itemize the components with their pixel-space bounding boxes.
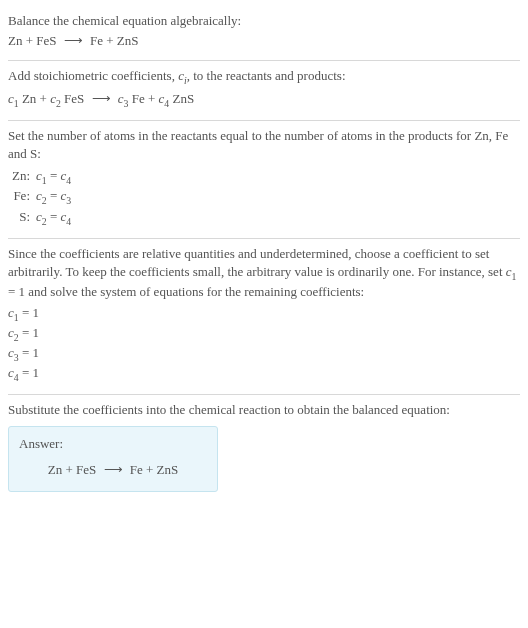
document-container: Balance the chemical equation algebraica… bbox=[0, 0, 528, 508]
coeff-list: c1 = 1 c2 = 1 c3 = 1 c4 = 1 bbox=[8, 304, 520, 385]
eq-sign: = bbox=[47, 188, 61, 203]
atom-eq: c1 = c4 bbox=[36, 167, 71, 187]
solve-mid: = 1 and solve the system of equations fo… bbox=[8, 284, 364, 299]
cb-sub: 3 bbox=[66, 195, 71, 206]
section-solve: Since the coefficients are relative quan… bbox=[8, 239, 520, 396]
stoich-text-before: Add stoichiometric coefficients, bbox=[8, 68, 178, 83]
section-stoich: Add stoichiometric coefficients, ci, to … bbox=[8, 61, 520, 120]
atom-label: S: bbox=[8, 208, 36, 226]
stoich-text-after: , to the reactants and products: bbox=[187, 68, 346, 83]
intro-equation: Zn + FeS ⟶ Fe + ZnS bbox=[8, 32, 520, 50]
answer-box: Answer: Zn + FeS ⟶ Fe + ZnS bbox=[8, 426, 218, 492]
solve-text: Since the coefficients are relative quan… bbox=[8, 245, 520, 302]
arrow-icon: ⟶ bbox=[64, 32, 83, 50]
cb-sub: 4 bbox=[66, 215, 71, 226]
section-substitute: Substitute the coefficients into the che… bbox=[8, 395, 520, 502]
stoich-equation: c1 Zn + c2 FeS ⟶ c3 Fe + c4 ZnS bbox=[8, 90, 520, 110]
stoich-text: Add stoichiometric coefficients, ci, to … bbox=[8, 67, 520, 87]
cb-sub: 4 bbox=[66, 175, 71, 186]
atom-label: Fe: bbox=[8, 187, 36, 205]
coeff-row: c2 = 1 bbox=[8, 324, 520, 344]
intro-header: Balance the chemical equation algebraica… bbox=[8, 12, 520, 30]
solve-before: Since the coefficients are relative quan… bbox=[8, 246, 506, 279]
sp1: Zn + bbox=[19, 91, 51, 106]
atom-eq: c2 = c4 bbox=[36, 208, 71, 228]
section-atoms: Set the number of atoms in the reactants… bbox=[8, 121, 520, 239]
sp4: ZnS bbox=[169, 91, 194, 106]
answer-eq-left: Zn + FeS bbox=[48, 462, 97, 477]
atom-eq: c2 = c3 bbox=[36, 187, 71, 207]
substitute-text: Substitute the coefficients into the che… bbox=[8, 401, 520, 419]
atom-label: Zn: bbox=[8, 167, 36, 185]
solve-c1-sub: 1 bbox=[512, 271, 517, 282]
answer-label: Answer: bbox=[19, 435, 207, 453]
eq-sign: = bbox=[47, 168, 61, 183]
section-intro: Balance the chemical equation algebraica… bbox=[8, 6, 520, 61]
cc-val: = 1 bbox=[19, 345, 39, 360]
coeff-row: c1 = 1 bbox=[8, 304, 520, 324]
intro-eq-right: Fe + ZnS bbox=[90, 33, 139, 48]
cc-val: = 1 bbox=[19, 325, 39, 340]
arrow-icon: ⟶ bbox=[104, 461, 123, 479]
coeff-row: c3 = 1 bbox=[8, 344, 520, 364]
answer-equation: Zn + FeS ⟶ Fe + ZnS bbox=[19, 461, 207, 479]
atom-row: S: c2 = c4 bbox=[8, 208, 520, 228]
sp2: FeS bbox=[61, 91, 84, 106]
arrow-icon: ⟶ bbox=[92, 90, 111, 108]
answer-eq-right: Fe + ZnS bbox=[130, 462, 179, 477]
coeff-row: c4 = 1 bbox=[8, 364, 520, 384]
cc-val: = 1 bbox=[19, 365, 39, 380]
sp3: Fe + bbox=[128, 91, 158, 106]
atom-row: Fe: c2 = c3 bbox=[8, 187, 520, 207]
atoms-table: Zn: c1 = c4 Fe: c2 = c3 S: c2 = c4 bbox=[8, 167, 520, 228]
atoms-header: Set the number of atoms in the reactants… bbox=[8, 127, 520, 163]
atom-row: Zn: c1 = c4 bbox=[8, 167, 520, 187]
cc-val: = 1 bbox=[19, 305, 39, 320]
intro-eq-left: Zn + FeS bbox=[8, 33, 57, 48]
eq-sign: = bbox=[47, 209, 61, 224]
